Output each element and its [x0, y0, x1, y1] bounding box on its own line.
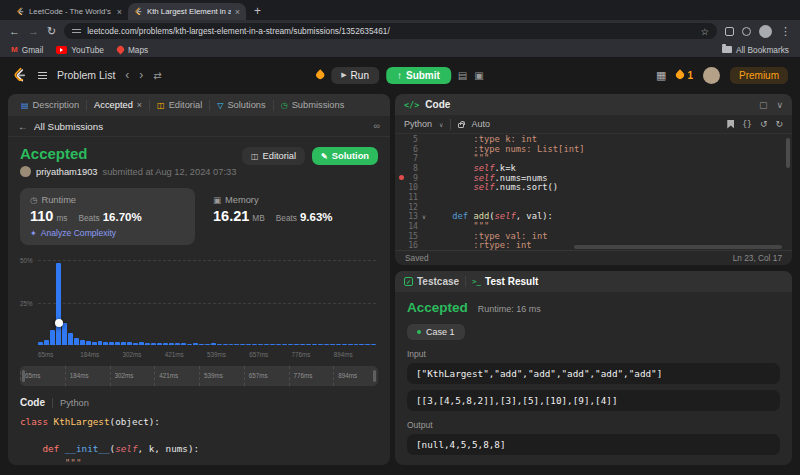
- editor-line[interactable]: 12: [395, 202, 792, 212]
- editor-line[interactable]: 7 """: [395, 153, 792, 163]
- tab-description[interactable]: ▤ Description: [14, 100, 86, 110]
- chart-bar[interactable]: [169, 343, 174, 345]
- editor-line[interactable]: 13∨ def add(self, val):: [395, 212, 792, 222]
- chart-bar[interactable]: [348, 344, 353, 345]
- shuffle-icon[interactable]: ⇄: [153, 70, 161, 81]
- chart-bar[interactable]: [38, 342, 43, 345]
- tab-close-icon[interactable]: ×: [117, 7, 122, 17]
- bookmark-maps[interactable]: Maps: [117, 45, 148, 55]
- browser-menu-icon[interactable]: ⋮: [780, 26, 791, 37]
- tab-solutions[interactable]: ▽ Solutions: [210, 100, 272, 110]
- chart-bar[interactable]: [92, 342, 97, 345]
- analyze-complexity-link[interactable]: ✦ Analyze Complexity: [30, 228, 185, 238]
- all-bookmarks-button[interactable]: All Bookmarks: [722, 45, 789, 55]
- premium-button[interactable]: Premium: [730, 67, 788, 84]
- chart-bar[interactable]: [175, 343, 180, 345]
- output-value[interactable]: [null,4,5,5,8,8]: [407, 434, 780, 455]
- chart-bar[interactable]: [365, 344, 370, 345]
- reset-icon[interactable]: ↻: [775, 119, 783, 129]
- chart-bar[interactable]: [217, 344, 222, 345]
- auto-toggle[interactable]: Auto: [471, 119, 490, 129]
- editor-line[interactable]: 9 self.nums=nums: [395, 173, 792, 183]
- tab-close-icon[interactable]: ×: [235, 7, 240, 17]
- debug-icon[interactable]: [315, 69, 326, 80]
- chart-bar[interactable]: [133, 343, 138, 345]
- chart-bar[interactable]: [74, 338, 79, 345]
- chart-bar[interactable]: [127, 342, 132, 345]
- editor-line[interactable]: 14 """: [395, 221, 792, 231]
- chart-bar[interactable]: [68, 333, 73, 345]
- editor-body[interactable]: 5 :type k: int6 :type nums: List[int]7 "…: [395, 134, 792, 250]
- chart-bar[interactable]: [229, 344, 234, 345]
- chart-bar[interactable]: [270, 344, 275, 345]
- chart-bar[interactable]: [246, 344, 251, 345]
- browser-profile-avatar[interactable]: [759, 25, 772, 38]
- submit-button[interactable]: ↑ Submit: [386, 67, 451, 84]
- horizontal-scrollbar[interactable]: [574, 245, 782, 249]
- extensions-icon[interactable]: [725, 27, 734, 36]
- site-settings-icon[interactable]: [72, 27, 81, 35]
- tab-editorial[interactable]: ◫ Editorial: [150, 100, 209, 110]
- chart-bar[interactable]: [354, 344, 359, 345]
- apps-grid-icon[interactable]: ▦: [656, 69, 666, 82]
- chart-bar[interactable]: [121, 342, 126, 345]
- chart-bar[interactable]: [342, 344, 347, 345]
- back-arrow-icon[interactable]: ←: [18, 121, 28, 132]
- reload-icon[interactable]: ↻: [47, 26, 56, 37]
- chart-bar[interactable]: [80, 340, 85, 345]
- new-tab-button[interactable]: +: [254, 5, 261, 17]
- chart-bar[interactable]: [306, 344, 311, 345]
- chart-bar[interactable]: [98, 341, 103, 345]
- breakpoint-dot[interactable]: [399, 175, 404, 180]
- chart-bar[interactable]: [44, 340, 49, 345]
- chart-marker-dot[interactable]: [55, 319, 63, 327]
- editor-line[interactable]: 5 :type k: int: [395, 134, 792, 144]
- maximize-icon[interactable]: ▢: [759, 100, 768, 110]
- chart-bar[interactable]: [234, 344, 239, 345]
- chart-bar[interactable]: [205, 344, 210, 345]
- runtime-range-slider[interactable]: 65ms184ms302ms421ms539ms657ms776ms894ms: [20, 366, 378, 386]
- sticky-note-icon[interactable]: ▣: [474, 70, 483, 81]
- problem-list-link[interactable]: Problem List: [57, 69, 115, 81]
- chart-bar[interactable]: [211, 343, 216, 345]
- input-value-operations[interactable]: ["KthLargest","add","add","add","add","a…: [407, 363, 780, 384]
- notes-icon[interactable]: ▤: [458, 70, 467, 81]
- editor-line[interactable]: 15 :type val: int: [395, 231, 792, 241]
- chart-bar[interactable]: [181, 343, 186, 345]
- share-link-icon[interactable]: ∞: [374, 121, 380, 131]
- chart-bar[interactable]: [252, 344, 257, 345]
- bookmark-star-icon[interactable]: ☆: [700, 26, 709, 37]
- chart-bar[interactable]: [276, 344, 281, 345]
- back-icon[interactable]: ←: [9, 26, 20, 37]
- editorial-button[interactable]: ◫ Editorial: [242, 147, 305, 165]
- forward-icon[interactable]: →: [28, 26, 39, 37]
- bookmark-gmail[interactable]: M Gmail: [11, 45, 43, 55]
- editor-line[interactable]: 6 :type nums: List[int]: [395, 144, 792, 154]
- slider-handle-right[interactable]: [373, 370, 376, 382]
- chart-bar[interactable]: [318, 344, 323, 345]
- chart-bar[interactable]: [193, 343, 198, 345]
- collapse-icon[interactable]: ∨: [776, 100, 783, 110]
- bookmark-icon[interactable]: [727, 120, 734, 129]
- chart-bar[interactable]: [223, 344, 228, 345]
- chart-bar[interactable]: [103, 342, 108, 345]
- chart-bar[interactable]: [240, 344, 245, 345]
- editor-line[interactable]: 11: [395, 192, 792, 202]
- browser-tab-leetcode-home[interactable]: LeetCode - The World's Leading ×: [10, 3, 128, 20]
- editor-line[interactable]: 10 self.nums.sort(): [395, 182, 792, 192]
- author-avatar[interactable]: [20, 166, 31, 177]
- chart-bar[interactable]: [115, 342, 120, 345]
- chart-bar[interactable]: [312, 344, 317, 345]
- extension-icon[interactable]: [742, 27, 751, 36]
- chart-bar[interactable]: [324, 344, 329, 345]
- undo-icon[interactable]: ↺: [760, 119, 768, 129]
- tab-test-result[interactable]: >_ Test Result: [472, 276, 538, 287]
- chart-bar[interactable]: [330, 344, 335, 345]
- chart-bar[interactable]: [139, 342, 144, 345]
- chart-bar[interactable]: [109, 342, 114, 345]
- tab-accepted[interactable]: Accepted ×: [87, 100, 149, 110]
- chart-bar[interactable]: [371, 344, 376, 345]
- chart-bar[interactable]: [300, 344, 305, 345]
- chart-bar[interactable]: [282, 344, 287, 345]
- chart-bar[interactable]: [157, 343, 162, 345]
